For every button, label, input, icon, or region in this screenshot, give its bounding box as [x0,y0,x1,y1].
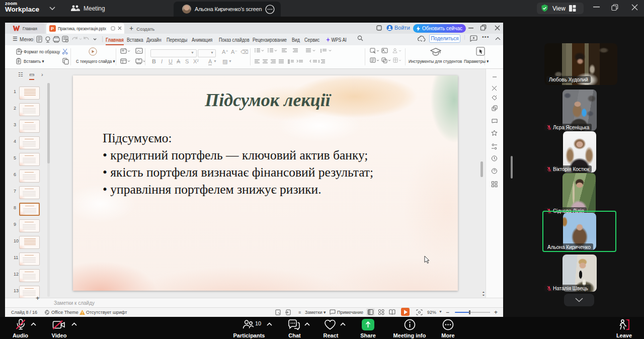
svg-text:P: P [51,26,54,31]
